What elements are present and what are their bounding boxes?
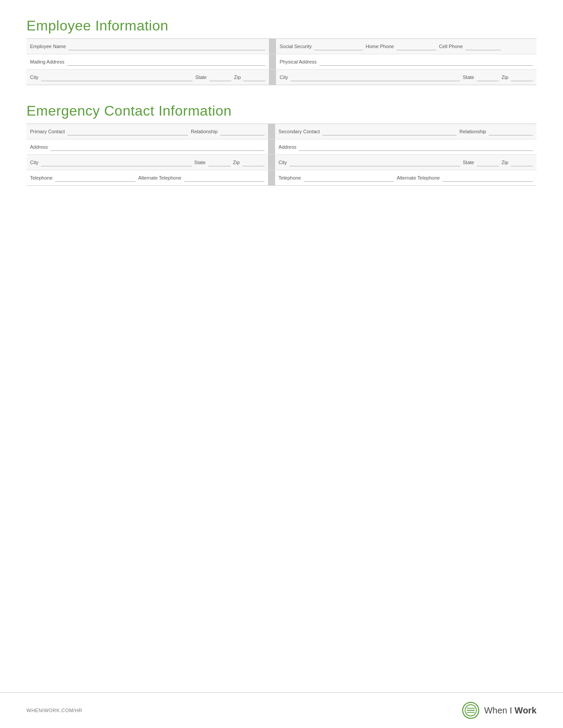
primary-contact-label: Primary Contact: [30, 128, 65, 135]
physical-city-input[interactable]: [291, 73, 460, 81]
logo-text: When I Work: [484, 705, 537, 716]
mailing-address-input[interactable]: [67, 58, 266, 66]
logo-area: When I Work: [462, 702, 537, 719]
secondary-alt-telephone-label: Alternate Telephone: [397, 174, 440, 181]
primary-address-label: Address: [30, 143, 48, 150]
employee-form: Employee Name Social Security Home Phone…: [26, 38, 537, 85]
logo-work: Work: [514, 705, 537, 715]
footer-url: WHENIWORK.COM/HR: [26, 708, 83, 713]
primary-alt-telephone-label: Alternate Telephone: [138, 174, 181, 181]
primary-telephone-input[interactable]: [55, 174, 136, 182]
mailing-zip-input[interactable]: [243, 73, 265, 81]
mailing-state-input[interactable]: [209, 73, 231, 81]
home-phone-input[interactable]: [397, 42, 436, 50]
secondary-address-label: Address: [279, 143, 296, 150]
footer: WHENIWORK.COM/HR When I Work: [0, 692, 563, 728]
secondary-telephone-input[interactable]: [304, 174, 394, 182]
physical-zip-label: Zip: [502, 73, 508, 81]
home-phone-label: Home Phone: [366, 42, 394, 50]
physical-city-label: City: [280, 73, 288, 81]
social-security-input[interactable]: [314, 42, 363, 50]
emergency-section-title: Emergency Contact Information: [26, 103, 537, 119]
secondary-zip-input[interactable]: [511, 158, 533, 166]
physical-address-label: Physical Address: [280, 58, 317, 65]
primary-state-input[interactable]: [208, 158, 230, 166]
secondary-contact-input[interactable]: [322, 128, 457, 135]
cell-phone-input[interactable]: [465, 42, 501, 50]
physical-state-label: State: [463, 73, 474, 81]
primary-address-input[interactable]: [50, 143, 264, 151]
when-i-work-icon: [462, 702, 480, 719]
primary-relationship-label: Relationship: [191, 128, 218, 135]
secondary-contact-label: Secondary Contact: [279, 128, 320, 135]
secondary-relationship-input[interactable]: [489, 128, 533, 135]
employee-section-title: Employee Information: [26, 18, 537, 34]
secondary-city-input[interactable]: [290, 158, 460, 166]
primary-alt-telephone-input[interactable]: [184, 174, 264, 182]
mailing-state-label: State: [195, 73, 207, 81]
physical-state-input[interactable]: [477, 73, 499, 81]
primary-telephone-label: Telephone: [30, 174, 53, 181]
emergency-form: Primary Contact Relationship Secondary C…: [26, 124, 537, 186]
secondary-relationship-label: Relationship: [459, 128, 486, 135]
primary-city-label: City: [30, 158, 38, 166]
mailing-zip-label: Zip: [234, 73, 241, 81]
mailing-address-label: Mailing Address: [30, 58, 64, 65]
secondary-zip-label: Zip: [502, 158, 508, 166]
primary-contact-input[interactable]: [68, 128, 188, 135]
primary-state-label: State: [194, 158, 206, 166]
social-security-label: Social Security: [280, 42, 312, 50]
physical-address-input[interactable]: [319, 58, 533, 66]
mailing-city-label: City: [30, 73, 38, 81]
physical-zip-input[interactable]: [511, 73, 533, 81]
secondary-alt-telephone-input[interactable]: [442, 174, 533, 182]
secondary-city-label: City: [279, 158, 287, 166]
secondary-telephone-label: Telephone: [279, 174, 301, 181]
cell-phone-label: Cell Phone: [439, 42, 463, 50]
primary-city-input[interactable]: [41, 158, 192, 166]
secondary-state-label: State: [463, 158, 474, 166]
primary-zip-input[interactable]: [242, 158, 264, 166]
secondary-address-input[interactable]: [299, 143, 533, 151]
secondary-state-input[interactable]: [477, 158, 499, 166]
employee-name-input[interactable]: [68, 42, 265, 50]
mailing-city-input[interactable]: [41, 73, 193, 81]
primary-relationship-input[interactable]: [220, 128, 264, 135]
primary-zip-label: Zip: [233, 158, 240, 166]
employee-name-label: Employee Name: [30, 42, 66, 50]
